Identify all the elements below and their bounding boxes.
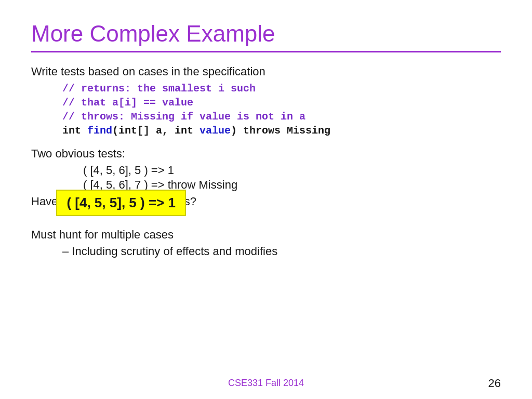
page-number: 26 <box>488 377 501 390</box>
must-hunt-text: Must hunt for multiple cases <box>31 228 501 242</box>
code-comment-1: // returns: the smallest i such <box>62 83 501 95</box>
test-cases: ( [4, 5, 6], 5 ) => 1 ( [4, 5, 6], 7 ) =… <box>83 164 501 192</box>
highlight-box: ( [4, 5, 5], 5 ) => 1 <box>56 190 186 216</box>
code-signature: int find(int[] a, int value) throws Miss… <box>62 125 501 137</box>
slide-title: More Complex Example <box>31 21 501 47</box>
test-case-1: ( [4, 5, 6], 5 ) => 1 <box>83 164 501 177</box>
slide: More Complex Example Write tests based o… <box>0 0 532 399</box>
two-obvious-label: Two obvious tests: <box>31 147 501 161</box>
footer: CSE331 Fall 2014 26 <box>0 378 532 389</box>
have-we-row: Have we captured all the cases? ( [4, 5,… <box>31 195 501 214</box>
intro-text: Write tests based on cases in the specif… <box>31 65 501 78</box>
title-underline <box>31 51 501 52</box>
code-comment-2: // that a[i] == value <box>62 97 501 109</box>
keyword-value: value <box>200 125 231 137</box>
including-text: – Including scrutiny of effects and modi… <box>62 245 501 258</box>
code-comment-3: // throws: Missing if value is not in a <box>62 111 501 123</box>
slide-content: Write tests based on cases in the specif… <box>31 65 501 383</box>
keyword-find: find <box>87 125 112 137</box>
have-we-text: Have we captured all the cases? ( [4, 5,… <box>31 195 196 208</box>
footer-course: CSE331 Fall 2014 <box>0 378 532 389</box>
